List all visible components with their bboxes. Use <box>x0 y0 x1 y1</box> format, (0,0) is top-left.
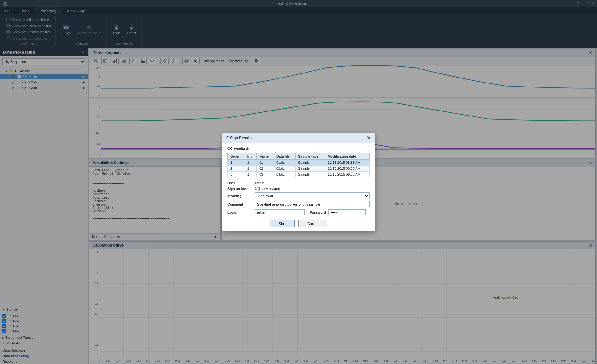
user-row: User admin <box>227 181 370 185</box>
row2-order: 2 <box>228 165 245 171</box>
dialog-filename: GC-result.rslt <box>227 147 370 150</box>
row2-name: 02 <box>257 165 274 171</box>
row3-moddate: 11/13/2015 09:53 AM <box>325 171 370 177</box>
sign-level-label: Sign on level <box>227 187 252 191</box>
row1-moddate: 11/13/2015 08:53 AM <box>325 159 370 165</box>
row2-sampletype: Sample <box>295 165 325 171</box>
dialog-title-text: E-Sign Results <box>226 136 253 140</box>
row3-sampletype: Sample <box>295 171 325 177</box>
cancel-button[interactable]: Cancel <box>298 220 327 227</box>
row2-datafile: 02.dx <box>274 165 295 171</box>
login-input[interactable] <box>255 209 305 215</box>
login-row: Login Password <box>227 209 370 215</box>
password-input[interactable] <box>328 209 366 215</box>
table-row-2[interactable]: 2 1 02 02.dx Sample 11/13/2015 08:55 AM <box>228 165 370 171</box>
table-row-1[interactable]: 1 1 01 01.dx Sample 11/13/2015 08:53 AM <box>228 159 370 165</box>
sign-level-row: Sign on level 3 (Lab Manager) <box>227 187 370 191</box>
meaning-select[interactable]: Approved Reviewed Verified <box>255 192 370 199</box>
table-row-3[interactable]: 3 1 03 03.dx Sample 11/13/2015 09:53 AM <box>228 171 370 177</box>
col-order: Order <box>228 153 245 159</box>
comment-input[interactable] <box>255 201 370 207</box>
row1-datafile: 01.dx <box>274 159 295 165</box>
row2-moddate: 11/13/2015 08:55 AM <box>325 165 370 171</box>
col-inj: Inj. <box>245 153 256 159</box>
col-name: Name <box>257 153 274 159</box>
dialog-actions: Sign Cancel <box>227 220 370 227</box>
comment-row: Comment <box>227 201 370 207</box>
col-sampletype: Sample type <box>295 153 325 159</box>
dialog-close-btn[interactable]: ✕ <box>367 135 371 141</box>
password-label: Password <box>310 210 326 214</box>
user-label: User <box>227 181 252 185</box>
dialog-overlay: E-Sign Results ✕ GC-result.rslt Order In… <box>0 0 597 364</box>
user-value: admin <box>255 181 264 185</box>
login-label: Login <box>227 210 252 214</box>
row2-inj: 1 <box>245 165 256 171</box>
row1-inj: 1 <box>245 159 256 165</box>
meaning-label: Meaning <box>227 194 252 198</box>
result-table: Order Inj. Name Data file Sample type Mo… <box>227 153 370 177</box>
row3-inj: 1 <box>245 171 256 177</box>
sign-button[interactable]: Sign <box>270 220 295 227</box>
row3-datafile: 03.dx <box>274 171 295 177</box>
esign-dialog: E-Sign Results ✕ GC-result.rslt Order In… <box>222 133 375 231</box>
row1-order: 1 <box>228 159 245 165</box>
meaning-row: Meaning Approved Reviewed Verified <box>227 192 370 199</box>
comment-label: Comment <box>227 202 252 206</box>
row1-sampletype: Sample <box>295 159 325 165</box>
sign-level-value: 3 (Lab Manager) <box>255 187 280 191</box>
row3-order: 3 <box>228 171 245 177</box>
row1-name: 01 <box>257 159 274 165</box>
col-datafile: Data file <box>274 153 295 159</box>
dialog-body: GC-result.rslt Order Inj. Name Data file… <box>222 143 375 231</box>
col-moddate: Modification date <box>325 153 370 159</box>
row3-name: 03 <box>257 171 274 177</box>
dialog-title-bar: E-Sign Results ✕ <box>222 133 375 143</box>
